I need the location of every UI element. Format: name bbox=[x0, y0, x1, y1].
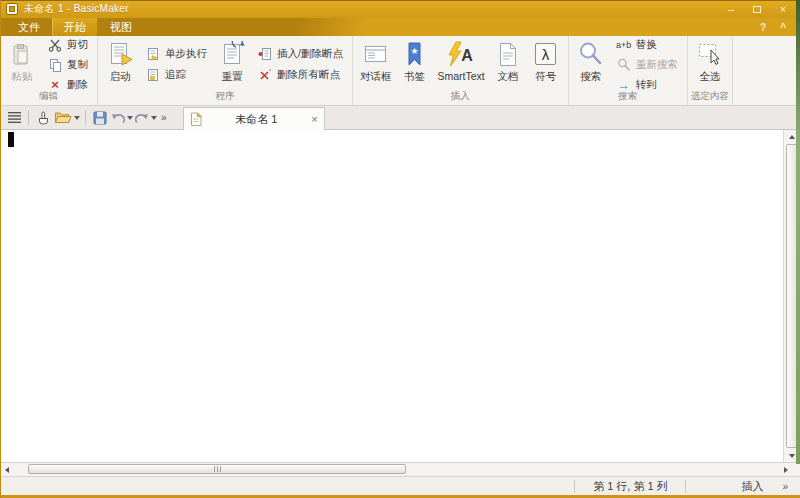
bookmark-button[interactable]: ★ 书签 bbox=[396, 38, 432, 91]
document-tab-close-icon[interactable]: × bbox=[311, 114, 317, 125]
clear-breakpoints-button[interactable]: 删除所有断点 bbox=[254, 68, 346, 83]
hand-icon bbox=[36, 111, 50, 125]
start-button[interactable]: 启动 bbox=[102, 38, 138, 91]
paste-icon bbox=[9, 41, 35, 68]
document-icon bbox=[494, 41, 521, 68]
clear-breakpoints-label: 删除所有断点 bbox=[277, 68, 340, 82]
toggle-breakpoint-button[interactable]: 插入/删除断点 bbox=[254, 47, 346, 62]
open-file-button[interactable] bbox=[54, 108, 80, 128]
scissors-icon bbox=[47, 38, 63, 52]
close-button[interactable]: × bbox=[770, 1, 796, 17]
smarttext-label: SmartText bbox=[437, 71, 484, 83]
edit-small-buttons: 剪切 复制 × 删除 bbox=[42, 38, 93, 91]
reset-button[interactable]: 重置 bbox=[214, 38, 250, 91]
window-top-border bbox=[0, 0, 800, 1]
open-dropdown-caret bbox=[74, 116, 80, 120]
cursor-position-status: 第 1 行, 第 1 列 bbox=[575, 479, 685, 494]
toggle-breakpoint-label: 插入/删除断点 bbox=[277, 47, 343, 61]
scroll-right-button[interactable] bbox=[780, 463, 792, 476]
paste-label: 粘贴 bbox=[12, 71, 33, 83]
select-all-label: 全选 bbox=[699, 71, 720, 83]
undo-button[interactable] bbox=[111, 108, 133, 128]
insert-mode-status[interactable]: 插入 bbox=[722, 479, 782, 494]
start-icon bbox=[107, 41, 134, 68]
redo-icon bbox=[135, 112, 149, 124]
smarttext-button[interactable]: A SmartText bbox=[434, 38, 487, 91]
start-label: 启动 bbox=[110, 71, 131, 83]
copy-icon bbox=[47, 58, 63, 72]
horizontal-scrollbar[interactable] bbox=[0, 462, 800, 476]
document-tab[interactable]: 未命名 1 × bbox=[183, 107, 325, 130]
group-label-insert: 插入 bbox=[353, 90, 568, 103]
app-icon[interactable] bbox=[6, 3, 18, 15]
minimize-button[interactable]: – bbox=[718, 1, 744, 17]
text-cursor bbox=[8, 132, 14, 147]
copy-button[interactable]: 复制 bbox=[44, 58, 91, 72]
program-small-buttons-1: 单步执行 追踪 bbox=[140, 38, 212, 91]
help-button[interactable]: ? bbox=[760, 22, 766, 33]
step-button[interactable]: 单步执行 bbox=[142, 47, 210, 62]
thumb-grip bbox=[220, 466, 221, 472]
group-label-edit: 编辑 bbox=[0, 90, 97, 103]
code-editor-area[interactable] bbox=[0, 130, 800, 462]
undo-icon bbox=[111, 112, 125, 124]
list-icon bbox=[8, 112, 21, 123]
scroll-left-button[interactable] bbox=[1, 463, 13, 476]
copy-label: 复制 bbox=[67, 58, 88, 72]
dialog-icon bbox=[362, 41, 389, 68]
status-bar: 第 1 行, 第 1 列 插入 » bbox=[0, 476, 800, 498]
select-all-button[interactable]: 全选 bbox=[692, 38, 728, 91]
document-button[interactable]: 文档 bbox=[490, 38, 526, 91]
down-arrow-icon bbox=[789, 454, 795, 458]
left-arrow-icon bbox=[5, 467, 9, 473]
paste-button[interactable]: 粘贴 bbox=[4, 38, 40, 91]
symbol-button[interactable]: λ 符号 bbox=[528, 38, 564, 91]
replace-button[interactable]: a+b 替换 bbox=[613, 38, 681, 52]
ribbon-group-search: 搜索 a+b 替换 重新搜索 → bbox=[569, 36, 688, 105]
trace-button[interactable]: 追踪 bbox=[142, 68, 210, 83]
svg-text:λ: λ bbox=[542, 46, 550, 63]
bookmark-icon: ★ bbox=[401, 41, 428, 68]
group-label-selection: 选定内容 bbox=[688, 90, 732, 103]
tab-view[interactable]: 视图 bbox=[98, 18, 144, 36]
maximize-button[interactable] bbox=[744, 1, 770, 17]
trace-label: 追踪 bbox=[165, 68, 186, 82]
up-arrow-icon bbox=[789, 135, 795, 139]
thumb-grip bbox=[214, 466, 215, 472]
right-arrow-icon bbox=[784, 467, 788, 473]
statusbar-overflow-button[interactable]: » bbox=[782, 481, 788, 492]
ribbon: 粘贴 剪切 bbox=[0, 36, 800, 106]
toolbar-list-button[interactable] bbox=[5, 108, 23, 128]
window-title: 未命名 1 - BasicMaker bbox=[24, 2, 129, 16]
desktop-edge-sliver bbox=[796, 0, 800, 464]
search-button[interactable]: 搜索 bbox=[573, 38, 609, 91]
replace-ab-icon: a+b bbox=[616, 40, 632, 50]
horizontal-scrollbar-thumb[interactable] bbox=[28, 464, 406, 474]
search-again-label: 重新搜索 bbox=[636, 58, 678, 72]
symbol-lambda-icon: λ bbox=[532, 41, 559, 68]
search-again-button[interactable]: 重新搜索 bbox=[613, 58, 681, 72]
dialog-button[interactable]: 对话框 bbox=[357, 38, 395, 91]
toolbar-overflow-button[interactable]: » bbox=[161, 112, 167, 123]
thumb-grip bbox=[217, 466, 218, 472]
tab-file[interactable]: 文件 bbox=[6, 18, 52, 36]
cut-button[interactable]: 剪切 bbox=[44, 38, 91, 52]
dialog-label: 对话框 bbox=[360, 71, 392, 83]
trace-icon bbox=[145, 68, 161, 82]
touch-mode-button[interactable] bbox=[34, 108, 52, 128]
document-label: 文档 bbox=[497, 71, 518, 83]
reset-icon bbox=[219, 41, 246, 68]
tab-home[interactable]: 开始 bbox=[52, 18, 98, 36]
svg-text:A: A bbox=[461, 47, 473, 64]
redo-button[interactable] bbox=[135, 108, 157, 128]
cut-label: 剪切 bbox=[67, 38, 88, 52]
search-small-buttons: a+b 替换 重新搜索 → 转到 bbox=[611, 38, 683, 91]
ribbon-aux-controls: ? ^ bbox=[760, 18, 800, 36]
program-small-buttons-2: 插入/删除断点 删除所有断点 bbox=[252, 38, 348, 91]
save-button[interactable] bbox=[91, 108, 109, 128]
basicmaker-window: 未命名 1 - BasicMaker – × 文件 开始 视图 ? ^ bbox=[0, 0, 800, 498]
goto-arrow-icon: → bbox=[616, 79, 632, 91]
titlebar: 未命名 1 - BasicMaker – × bbox=[0, 0, 800, 18]
collapse-ribbon-button[interactable]: ^ bbox=[780, 22, 786, 33]
redo-dropdown-caret bbox=[151, 116, 157, 120]
